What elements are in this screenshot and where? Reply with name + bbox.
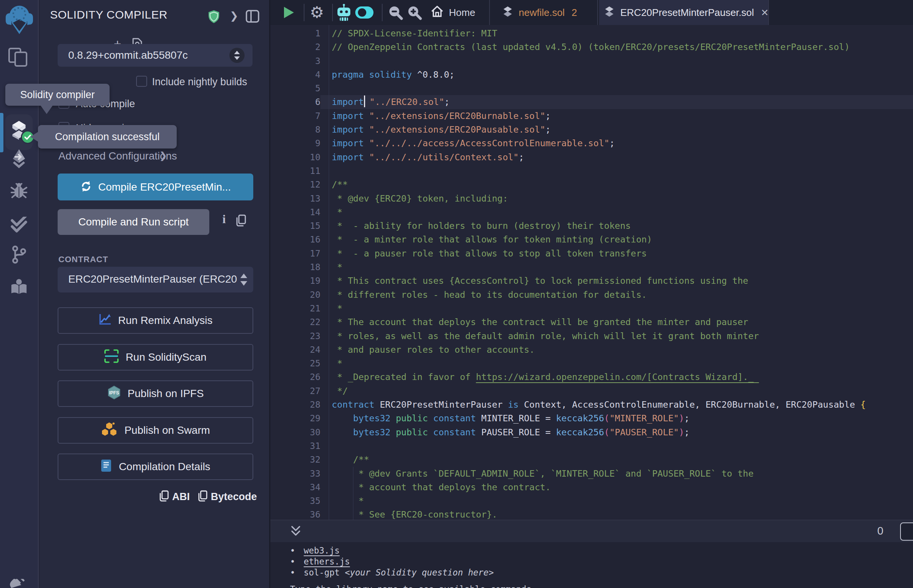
code-line[interactable]: 33 * @dev Grants `DEFAULT_ADMIN_ROLE`, `… (270, 467, 913, 480)
tab-active-label: ERC20PresetMinterPauser.sol (620, 7, 754, 19)
tab-home[interactable]: Home (431, 0, 475, 25)
code-line[interactable]: 32 /** (270, 453, 913, 466)
code-line[interactable]: 18 * (270, 260, 913, 274)
code-line[interactable]: 9import "../../../access/AccessControlEn… (270, 136, 913, 150)
compilation-details-button[interactable]: Compilation Details (58, 454, 253, 480)
terminal-list-item: •ethers.js (290, 556, 913, 567)
code-line[interactable]: 34 * account that deploys the contract. (270, 480, 913, 494)
code-line[interactable]: 16 * - a minter role that allows for tok… (270, 233, 913, 246)
info-icon[interactable]: i (219, 212, 230, 226)
copy-script-icon[interactable] (235, 215, 246, 229)
compile-and-run-button[interactable]: Compile and Run script (58, 209, 209, 235)
contract-section-label: CONTRACT (58, 255, 108, 265)
publish-ipfs-button[interactable]: IPFS Publish on IPFS (58, 380, 253, 407)
version-spinner-icon[interactable] (229, 47, 245, 65)
publish-swarm-button[interactable]: Publish on Swarm (58, 417, 253, 444)
pin-panel-icon[interactable] (246, 10, 259, 24)
code-line[interactable]: 15 * - ability for holders to burn (dest… (270, 219, 913, 233)
terminal-search-input[interactable] (900, 522, 913, 541)
code-line[interactable]: 27 */ (270, 384, 913, 398)
bytecode-label[interactable]: Bytecode (211, 491, 257, 503)
code-line[interactable]: 21 * (270, 302, 913, 315)
nightly-builds-label[interactable]: Include nightly builds (152, 76, 247, 88)
terminal-output[interactable]: •web3.js•ethers.js•sol-gpt <your Solidit… (270, 542, 913, 588)
remix-logo-icon[interactable] (5, 3, 33, 36)
code-line[interactable]: 13 * @dev {ERC20} token, including: (270, 192, 913, 205)
shield-icon[interactable] (208, 10, 220, 25)
terminal-collapse-icon[interactable] (290, 525, 301, 538)
git-icon[interactable] (12, 246, 26, 265)
code-line[interactable]: 4pragma solidity ^0.8.0; (270, 68, 913, 81)
code-line[interactable]: 31 (270, 439, 913, 453)
nightly-builds-checkbox[interactable] (136, 76, 147, 87)
code-line[interactable]: 35 * (270, 494, 913, 508)
tab-newfile-error-badge: 2 (571, 7, 577, 19)
ai-copilot-robot-icon[interactable] (335, 4, 352, 23)
zoom-out-icon[interactable] (389, 6, 403, 22)
code-line[interactable]: 11 (270, 164, 913, 178)
script-config-gear-icon[interactable]: ⚙ (310, 2, 324, 23)
code-line[interactable]: 24 * and pauser roles to other accounts. (270, 343, 913, 357)
home-label: Home (449, 7, 475, 19)
tab-newfile[interactable]: newfile.sol 2 (489, 0, 598, 25)
code-line[interactable]: 20 * different roles - head to its docum… (270, 288, 913, 302)
code-line[interactable]: 5 (270, 81, 913, 95)
copy-bytecode-icon[interactable] (197, 490, 208, 504)
compile-button-label: Compile ERC20PresetMin... (98, 181, 231, 193)
zoom-in-icon[interactable] (408, 6, 422, 22)
run-script-play-button[interactable] (284, 7, 294, 18)
deploy-and-run-icon[interactable] (11, 149, 26, 171)
advanced-chevron-icon[interactable]: ❯ (159, 150, 167, 161)
copilot-toggle[interactable] (355, 6, 374, 19)
solidity-file-icon (503, 6, 513, 19)
code-line[interactable]: 28contract ERC20PresetMinterPauser is Co… (270, 398, 913, 412)
contract-select[interactable]: ERC20PresetMinterPauser (ERC20 (58, 267, 253, 292)
tooltip-compilation-successful: Compilation successful (38, 125, 177, 149)
code-line[interactable]: 30 bytes32 public constant PAUSER_ROLE =… (270, 425, 913, 439)
code-lines: 1// SPDX-License-Identifier: MIT2// Open… (270, 26, 913, 521)
code-line[interactable]: 26 * _Deprecated in favor of https://wiz… (270, 370, 913, 384)
code-line[interactable]: 22 * The account that deploys the contra… (270, 315, 913, 329)
collapse-chevron-icon[interactable]: ❯ (230, 10, 238, 22)
run-remix-analysis-label: Run Remix Analysis (118, 315, 213, 326)
debugger-icon[interactable] (10, 182, 28, 200)
terminal-library-link[interactable]: web3.js (304, 546, 340, 556)
code-editor[interactable]: 1// SPDX-License-Identifier: MIT2// Open… (270, 25, 913, 521)
code-line[interactable]: 6import "../ERC20.sol"; (270, 95, 913, 109)
code-line[interactable]: 25 * (270, 357, 913, 370)
compiler-version-value: 0.8.29+commit.ab55807c (68, 49, 188, 61)
run-solidityscan-button[interactable]: Run SolidityScan (58, 344, 253, 370)
close-tab-icon[interactable]: ✕ (761, 7, 769, 18)
terminal-library-link[interactable]: ethers.js (304, 557, 350, 566)
run-remix-analysis-button[interactable]: Run Remix Analysis (58, 307, 253, 334)
file-explorer-icon[interactable] (8, 48, 28, 68)
code-line[interactable]: 2// OpenZeppelin Contracts (last updated… (270, 40, 913, 54)
code-line[interactable]: 12/** (270, 178, 913, 191)
code-line[interactable]: 10import "../../../utils/Context.sol"; (270, 150, 913, 164)
code-line[interactable]: 36 * See {ERC20-constructor}. (270, 508, 913, 521)
code-line[interactable]: 17 * - a pauser role that allows to stop… (270, 247, 913, 260)
terminal-list-item: •sol-gpt <your Solidity question here> (290, 567, 913, 578)
panel-divider[interactable] (269, 0, 270, 588)
compiler-version-select[interactable]: 0.8.29+commit.ab55807c (58, 44, 253, 67)
code-line[interactable]: 14 * (270, 205, 913, 219)
code-line[interactable]: 1// SPDX-License-Identifier: MIT (270, 26, 913, 40)
learneth-icon[interactable] (10, 279, 28, 296)
code-line[interactable]: 7import "../extensions/ERC20Burnable.sol… (270, 109, 913, 123)
compile-button[interactable]: Compile ERC20PresetMin... (58, 173, 253, 200)
code-line[interactable]: 19 * This contract uses {AccessControl} … (270, 274, 913, 288)
gutter-guide (329, 25, 329, 520)
editor-toolbar: ⚙ (270, 0, 913, 25)
code-line[interactable]: 8import "../extensions/ERC20Pausable.sol… (270, 123, 913, 136)
tab-erc20presetminterpauser[interactable]: ERC20PresetMinterPauser.sol ✕ (599, 0, 769, 25)
code-line[interactable]: 3 (270, 54, 913, 68)
svg-text:IPFS: IPFS (109, 390, 119, 396)
copy-abi-icon[interactable] (159, 490, 169, 504)
scan-icon (104, 349, 119, 366)
unit-testing-icon[interactable] (11, 217, 27, 234)
code-line[interactable]: 23 * roles, as well as the default admin… (270, 329, 913, 343)
active-plugin-indicator (0, 113, 3, 152)
abi-label[interactable]: ABI (172, 491, 190, 503)
code-line[interactable]: 29 bytes32 public constant MINTER_ROLE =… (270, 412, 913, 425)
plugin-manager-icon[interactable] (9, 579, 26, 588)
